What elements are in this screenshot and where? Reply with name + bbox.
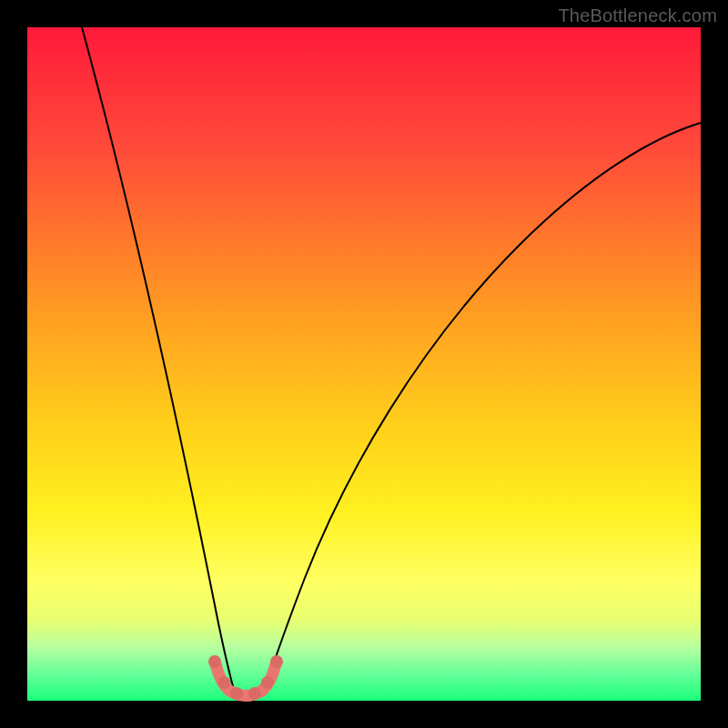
valley-dot-1 <box>208 655 221 668</box>
valley-dot-5 <box>261 676 274 689</box>
curve-right-branch <box>264 123 701 693</box>
valley-dot-6 <box>270 655 283 668</box>
watermark-text: TheBottleneck.com <box>558 5 717 26</box>
chart-svg <box>27 27 701 701</box>
valley-dot-3 <box>230 687 243 700</box>
valley-dot-2 <box>217 676 230 689</box>
curve-left-branch <box>82 27 235 693</box>
valley-dot-4 <box>248 687 261 700</box>
